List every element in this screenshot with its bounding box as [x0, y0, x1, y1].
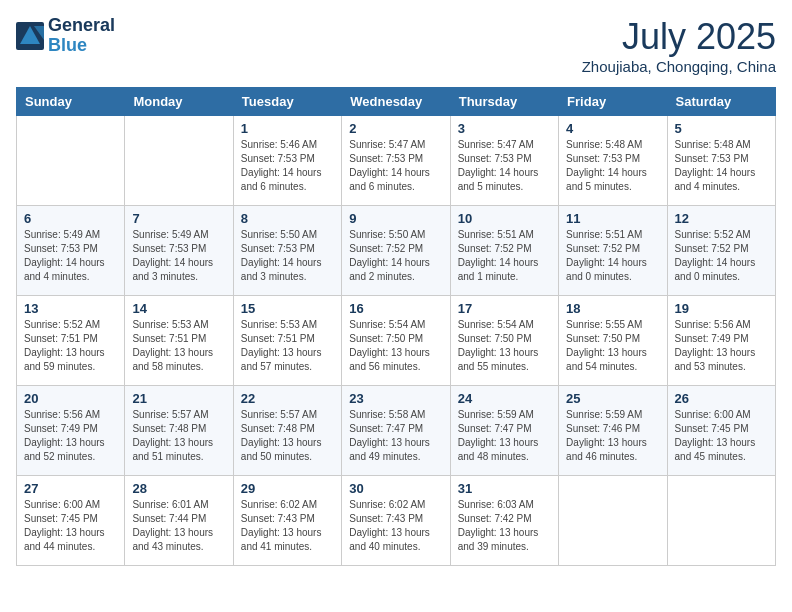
calendar-cell: 25Sunrise: 5:59 AM Sunset: 7:46 PM Dayli… — [559, 386, 667, 476]
day-number: 12 — [675, 211, 768, 226]
calendar-cell: 17Sunrise: 5:54 AM Sunset: 7:50 PM Dayli… — [450, 296, 558, 386]
day-number: 16 — [349, 301, 442, 316]
day-info: Sunrise: 5:50 AM Sunset: 7:53 PM Dayligh… — [241, 228, 334, 284]
day-number: 4 — [566, 121, 659, 136]
day-info: Sunrise: 5:57 AM Sunset: 7:48 PM Dayligh… — [132, 408, 225, 464]
day-number: 21 — [132, 391, 225, 406]
day-info: Sunrise: 5:48 AM Sunset: 7:53 PM Dayligh… — [566, 138, 659, 194]
day-number: 27 — [24, 481, 117, 496]
calendar-cell: 8Sunrise: 5:50 AM Sunset: 7:53 PM Daylig… — [233, 206, 341, 296]
day-info: Sunrise: 6:02 AM Sunset: 7:43 PM Dayligh… — [349, 498, 442, 554]
day-number: 22 — [241, 391, 334, 406]
calendar-cell: 9Sunrise: 5:50 AM Sunset: 7:52 PM Daylig… — [342, 206, 450, 296]
day-number: 11 — [566, 211, 659, 226]
day-number: 15 — [241, 301, 334, 316]
calendar-cell — [17, 116, 125, 206]
calendar-cell: 29Sunrise: 6:02 AM Sunset: 7:43 PM Dayli… — [233, 476, 341, 566]
day-info: Sunrise: 5:57 AM Sunset: 7:48 PM Dayligh… — [241, 408, 334, 464]
day-info: Sunrise: 5:52 AM Sunset: 7:52 PM Dayligh… — [675, 228, 768, 284]
calendar-cell: 23Sunrise: 5:58 AM Sunset: 7:47 PM Dayli… — [342, 386, 450, 476]
logo-line2: Blue — [48, 36, 115, 56]
day-info: Sunrise: 6:00 AM Sunset: 7:45 PM Dayligh… — [24, 498, 117, 554]
logo-line1: General — [48, 16, 115, 36]
day-info: Sunrise: 5:58 AM Sunset: 7:47 PM Dayligh… — [349, 408, 442, 464]
day-number: 23 — [349, 391, 442, 406]
day-info: Sunrise: 5:59 AM Sunset: 7:46 PM Dayligh… — [566, 408, 659, 464]
day-info: Sunrise: 5:51 AM Sunset: 7:52 PM Dayligh… — [566, 228, 659, 284]
weekday-row: SundayMondayTuesdayWednesdayThursdayFrid… — [17, 88, 776, 116]
day-info: Sunrise: 5:49 AM Sunset: 7:53 PM Dayligh… — [24, 228, 117, 284]
day-info: Sunrise: 5:49 AM Sunset: 7:53 PM Dayligh… — [132, 228, 225, 284]
day-number: 10 — [458, 211, 551, 226]
day-number: 17 — [458, 301, 551, 316]
calendar-cell: 4Sunrise: 5:48 AM Sunset: 7:53 PM Daylig… — [559, 116, 667, 206]
day-info: Sunrise: 6:01 AM Sunset: 7:44 PM Dayligh… — [132, 498, 225, 554]
weekday-header: Wednesday — [342, 88, 450, 116]
calendar-table: SundayMondayTuesdayWednesdayThursdayFrid… — [16, 87, 776, 566]
calendar-body: 1Sunrise: 5:46 AM Sunset: 7:53 PM Daylig… — [17, 116, 776, 566]
calendar-cell: 30Sunrise: 6:02 AM Sunset: 7:43 PM Dayli… — [342, 476, 450, 566]
calendar-week-row: 13Sunrise: 5:52 AM Sunset: 7:51 PM Dayli… — [17, 296, 776, 386]
day-number: 31 — [458, 481, 551, 496]
logo-icon — [16, 22, 44, 50]
calendar-cell: 21Sunrise: 5:57 AM Sunset: 7:48 PM Dayli… — [125, 386, 233, 476]
calendar-cell: 24Sunrise: 5:59 AM Sunset: 7:47 PM Dayli… — [450, 386, 558, 476]
calendar-cell: 7Sunrise: 5:49 AM Sunset: 7:53 PM Daylig… — [125, 206, 233, 296]
calendar-week-row: 20Sunrise: 5:56 AM Sunset: 7:49 PM Dayli… — [17, 386, 776, 476]
day-info: Sunrise: 5:55 AM Sunset: 7:50 PM Dayligh… — [566, 318, 659, 374]
calendar-cell: 20Sunrise: 5:56 AM Sunset: 7:49 PM Dayli… — [17, 386, 125, 476]
calendar-cell: 26Sunrise: 6:00 AM Sunset: 7:45 PM Dayli… — [667, 386, 775, 476]
day-number: 25 — [566, 391, 659, 406]
day-number: 3 — [458, 121, 551, 136]
day-info: Sunrise: 5:53 AM Sunset: 7:51 PM Dayligh… — [132, 318, 225, 374]
page-header: General Blue July 2025 Zhoujiaba, Chongq… — [16, 16, 776, 75]
day-number: 14 — [132, 301, 225, 316]
day-number: 13 — [24, 301, 117, 316]
calendar-cell: 28Sunrise: 6:01 AM Sunset: 7:44 PM Dayli… — [125, 476, 233, 566]
calendar-cell: 11Sunrise: 5:51 AM Sunset: 7:52 PM Dayli… — [559, 206, 667, 296]
location: Zhoujiaba, Chongqing, China — [582, 58, 776, 75]
day-number: 26 — [675, 391, 768, 406]
calendar-cell: 12Sunrise: 5:52 AM Sunset: 7:52 PM Dayli… — [667, 206, 775, 296]
calendar-cell: 1Sunrise: 5:46 AM Sunset: 7:53 PM Daylig… — [233, 116, 341, 206]
calendar-cell: 18Sunrise: 5:55 AM Sunset: 7:50 PM Dayli… — [559, 296, 667, 386]
day-number: 8 — [241, 211, 334, 226]
day-info: Sunrise: 5:53 AM Sunset: 7:51 PM Dayligh… — [241, 318, 334, 374]
calendar-header: SundayMondayTuesdayWednesdayThursdayFrid… — [17, 88, 776, 116]
logo: General Blue — [16, 16, 115, 56]
day-number: 19 — [675, 301, 768, 316]
calendar-cell: 15Sunrise: 5:53 AM Sunset: 7:51 PM Dayli… — [233, 296, 341, 386]
day-number: 24 — [458, 391, 551, 406]
weekday-header: Saturday — [667, 88, 775, 116]
day-info: Sunrise: 5:51 AM Sunset: 7:52 PM Dayligh… — [458, 228, 551, 284]
calendar-cell: 2Sunrise: 5:47 AM Sunset: 7:53 PM Daylig… — [342, 116, 450, 206]
day-info: Sunrise: 5:47 AM Sunset: 7:53 PM Dayligh… — [458, 138, 551, 194]
month-year: July 2025 — [582, 16, 776, 58]
day-info: Sunrise: 5:52 AM Sunset: 7:51 PM Dayligh… — [24, 318, 117, 374]
weekday-header: Thursday — [450, 88, 558, 116]
day-info: Sunrise: 5:48 AM Sunset: 7:53 PM Dayligh… — [675, 138, 768, 194]
weekday-header: Sunday — [17, 88, 125, 116]
day-number: 5 — [675, 121, 768, 136]
calendar-cell: 14Sunrise: 5:53 AM Sunset: 7:51 PM Dayli… — [125, 296, 233, 386]
day-number: 9 — [349, 211, 442, 226]
day-number: 28 — [132, 481, 225, 496]
calendar-cell — [125, 116, 233, 206]
weekday-header: Friday — [559, 88, 667, 116]
calendar-cell: 16Sunrise: 5:54 AM Sunset: 7:50 PM Dayli… — [342, 296, 450, 386]
day-number: 18 — [566, 301, 659, 316]
day-number: 6 — [24, 211, 117, 226]
day-info: Sunrise: 6:03 AM Sunset: 7:42 PM Dayligh… — [458, 498, 551, 554]
day-info: Sunrise: 5:56 AM Sunset: 7:49 PM Dayligh… — [24, 408, 117, 464]
weekday-header: Tuesday — [233, 88, 341, 116]
calendar-cell: 13Sunrise: 5:52 AM Sunset: 7:51 PM Dayli… — [17, 296, 125, 386]
day-number: 30 — [349, 481, 442, 496]
calendar-cell: 6Sunrise: 5:49 AM Sunset: 7:53 PM Daylig… — [17, 206, 125, 296]
day-info: Sunrise: 5:47 AM Sunset: 7:53 PM Dayligh… — [349, 138, 442, 194]
title-area: July 2025 Zhoujiaba, Chongqing, China — [582, 16, 776, 75]
day-info: Sunrise: 5:54 AM Sunset: 7:50 PM Dayligh… — [349, 318, 442, 374]
day-info: Sunrise: 5:54 AM Sunset: 7:50 PM Dayligh… — [458, 318, 551, 374]
day-info: Sunrise: 6:00 AM Sunset: 7:45 PM Dayligh… — [675, 408, 768, 464]
day-info: Sunrise: 5:56 AM Sunset: 7:49 PM Dayligh… — [675, 318, 768, 374]
calendar-week-row: 1Sunrise: 5:46 AM Sunset: 7:53 PM Daylig… — [17, 116, 776, 206]
